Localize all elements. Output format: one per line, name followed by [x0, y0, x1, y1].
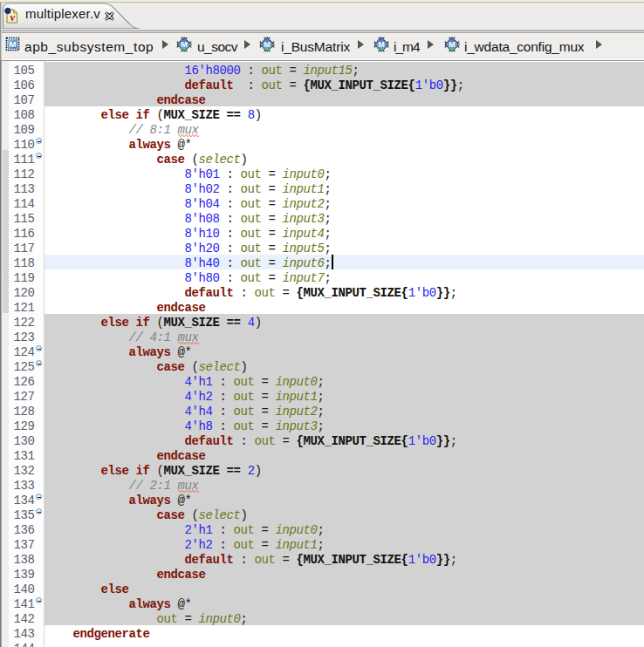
svg-text:M: M	[264, 40, 271, 49]
svg-text:M: M	[10, 39, 17, 49]
svg-text:v: v	[10, 11, 16, 24]
svg-text:M: M	[378, 40, 385, 49]
svg-text:M: M	[449, 40, 456, 49]
svg-text:M: M	[181, 40, 188, 49]
